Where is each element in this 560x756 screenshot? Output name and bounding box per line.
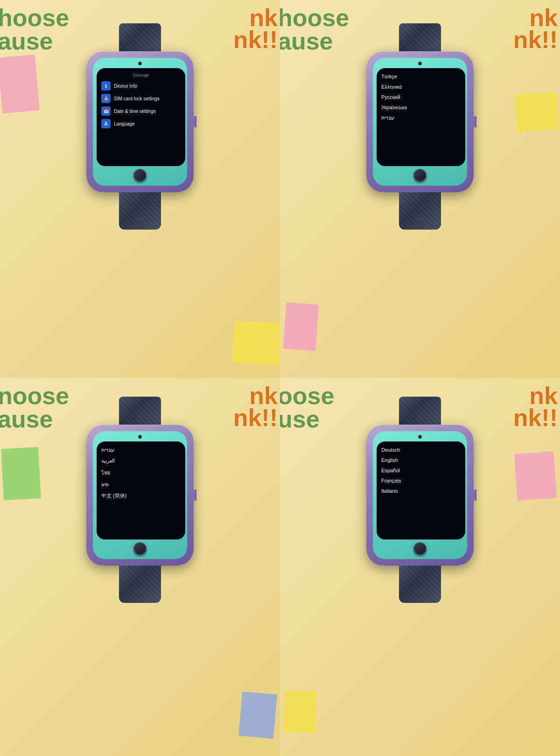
bg-text-4: nk!! [233, 26, 278, 54]
lang-item-q4-0[interactable]: Deutsch [381, 447, 461, 453]
strap-bottom-q3 [119, 566, 161, 603]
sim-icon: 🔒 [101, 94, 111, 103]
strap-top-q4 [399, 397, 441, 425]
lang-item-q3-4[interactable]: 中文 (简休) [101, 492, 181, 499]
screen-frame-q1: Dranuge ℹ Device Info 🔒 SIM card lock se… [93, 58, 187, 186]
lang-item-q3-0[interactable]: עברית [101, 447, 181, 453]
camera-q4 [418, 435, 422, 439]
calendar-icon: 📅 [101, 106, 111, 116]
camera-q1 [138, 62, 142, 65]
sticky-green-3 [1, 447, 41, 500]
menu-item-language[interactable]: A Language [101, 119, 181, 128]
watch-body-q1: Dranuge ℹ Device Info 🔒 SIM card lock se… [86, 51, 194, 192]
bg-text-q4-2: use [280, 405, 320, 433]
menu-screen-q1: Dranuge ℹ Device Info 🔒 SIM card lock se… [97, 68, 185, 134]
lang-item-q2-1[interactable]: Ελληνικά [381, 84, 461, 90]
home-button-q4[interactable] [413, 542, 427, 555]
lang-item-q2-3[interactable]: Українська [381, 105, 461, 110]
sticky-pink-2 [283, 302, 319, 351]
menu-item-sim[interactable]: 🔒 SIM card lock settings [101, 94, 181, 103]
lang-item-q2-0[interactable]: Türkçe [381, 74, 461, 79]
screen-frame-q2: Türkçe Ελληνικά Русский Українська עברית [373, 58, 467, 186]
sticky-blue-3 [238, 692, 277, 739]
bg-text-q2-4: nk!! [513, 26, 558, 54]
watch-body-q2: Türkçe Ελληνικά Русский Українська עברית [366, 51, 474, 192]
bg-text-q2-1: hoose [280, 4, 349, 32]
lang-item-q3-3[interactable]: סיא [101, 482, 181, 488]
sticky-pink-4 [514, 451, 557, 501]
strap-top-q3 [119, 397, 161, 425]
quadrant-top-left: hoose ause nk nk!! Dranuge ℹ Device Info [0, 0, 280, 378]
screen-frame-q3: עברית العربية ไทย סיא 中文 (简休) [93, 431, 187, 559]
bg-text-q3-2: ause [0, 405, 53, 433]
sticky-yellow-1 [232, 321, 280, 365]
side-button-q3 [194, 490, 196, 501]
menu-item-text-datetime: Date & time settings [114, 108, 155, 114]
language-icon: A [101, 119, 111, 128]
menu-item-text-device-info: Device Info [114, 83, 137, 89]
menu-header-q1: Dranuge [101, 73, 181, 77]
strap-top-q1 [119, 23, 161, 51]
bg-text-2: ause [0, 27, 53, 55]
side-button-q2 [474, 116, 476, 127]
camera-q2 [418, 62, 422, 65]
strap-bottom-q1 [119, 192, 161, 230]
quadrant-bottom-left: noose ause nk nk!! עברית العربية ไทย סיא… [0, 378, 280, 756]
watch-screen-q4: Deutsch English Español Français Italian… [377, 441, 465, 539]
menu-item-text-sim: SIM card lock settings [114, 96, 160, 102]
lang-item-english[interactable]: English [381, 457, 461, 463]
home-button-q2[interactable] [413, 169, 427, 182]
watch-screen-q3: עברית العربية ไทย סיא 中文 (简休) [97, 441, 185, 539]
strap-top-q2 [399, 23, 441, 51]
bg-text-q2-2: ause [280, 27, 333, 55]
home-button-q1[interactable] [133, 169, 147, 182]
bg-text-q4-4: nk!! [513, 404, 558, 432]
bg-text-q3-3: nk [249, 382, 278, 410]
sticky-pink-1 [0, 55, 40, 114]
bg-text-1: hoose [0, 4, 69, 32]
strap-bottom-q4 [399, 566, 441, 603]
lang-item-q3-2[interactable]: ไทย [101, 469, 181, 477]
watch-body-q3: עברית العربية ไทย סיא 中文 (简休) [86, 425, 194, 566]
menu-item-text-language: Language [114, 121, 135, 127]
bg-text-3: nk [249, 4, 278, 32]
camera-q3 [138, 435, 142, 439]
lang-item-q3-1[interactable]: العربية [101, 458, 181, 464]
sticky-yellow-2 [515, 92, 559, 132]
watch-q4: Deutsch English Español Français Italian… [366, 397, 474, 603]
lang-screen-q4: Deutsch English Español Français Italian… [377, 441, 465, 504]
quadrant-top-right: hoose ause nk nk!! Türkçe Ελληνικά Русск… [280, 0, 560, 378]
quadrant-bottom-right: oose use nk nk!! Deutsch English Español… [280, 378, 560, 756]
bg-text-q2-3: nk [529, 4, 558, 32]
bg-text-q3-4: nk!! [233, 404, 278, 432]
bg-text-q4-1: oose [280, 382, 334, 410]
info-icon: ℹ [101, 81, 111, 91]
menu-item-datetime[interactable]: 📅 Date & time settings [101, 106, 181, 116]
lang-item-q4-3[interactable]: Français [381, 478, 461, 483]
strap-bottom-q2 [399, 192, 441, 230]
home-button-q3[interactable] [133, 542, 147, 555]
watch-q2: Türkçe Ελληνικά Русский Українська עברית [366, 23, 474, 230]
lang-item-q2-4[interactable]: עברית [381, 115, 461, 121]
watch-q3: עברית العربية ไทย סיא 中文 (简休) [86, 397, 194, 603]
watch-q1: Dranuge ℹ Device Info 🔒 SIM card lock se… [86, 23, 194, 230]
side-button-q4 [474, 490, 476, 501]
lang-screen-q3: עברית العربية ไทย סיא 中文 (简休) [97, 441, 185, 510]
bg-text-q4-3: nk [529, 382, 558, 410]
sticky-yellow-4 [283, 690, 317, 733]
lang-item-q2-2[interactable]: Русский [381, 94, 461, 100]
menu-item-device-info[interactable]: ℹ Device Info [101, 81, 181, 91]
watch-screen-q2: Türkçe Ελληνικά Русский Українська עברית [377, 68, 465, 166]
bg-text-q3-1: noose [0, 382, 69, 410]
lang-item-q4-2[interactable]: Español [381, 468, 461, 473]
side-button-q1 [194, 116, 196, 127]
lang-screen-q2: Türkçe Ελληνικά Русский Українська עברית [377, 68, 465, 131]
watch-body-q4: Deutsch English Español Français Italian… [366, 425, 474, 566]
watch-screen-q1: Dranuge ℹ Device Info 🔒 SIM card lock se… [97, 68, 185, 166]
screen-frame-q4: Deutsch English Español Français Italian… [373, 431, 467, 559]
lang-item-q4-4[interactable]: Italiano [381, 488, 461, 494]
